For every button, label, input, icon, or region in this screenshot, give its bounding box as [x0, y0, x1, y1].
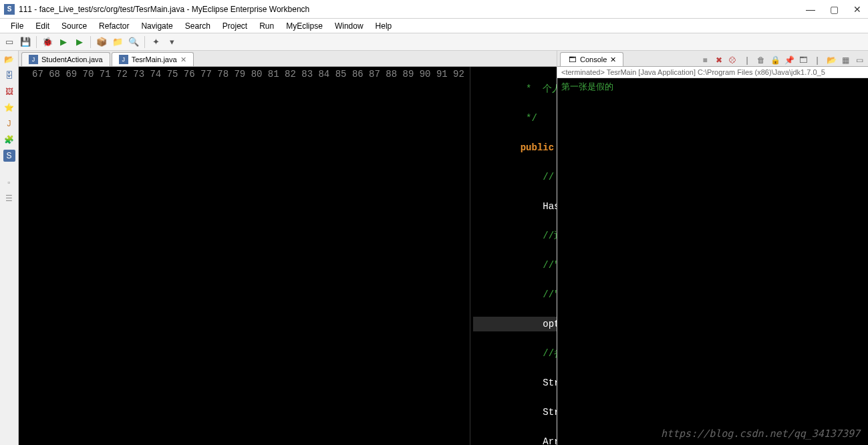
minimize-button[interactable]: — — [803, 3, 818, 16]
code-line: HashMap<String, String> options = new Ha… — [473, 199, 557, 214]
new-icon[interactable]: ▭ — [3, 35, 16, 49]
menu-myeclipse[interactable]: MyEclipse — [281, 20, 328, 32]
editor-area: J StudentAction.java J TesrMain.java ✕ 6… — [19, 51, 557, 445]
java-file-icon: J — [29, 55, 38, 64]
tab-tesrmain[interactable]: J TesrMain.java ✕ — [112, 52, 194, 66]
scroll-lock-icon[interactable]: 🔒 — [769, 54, 781, 66]
java-icon[interactable]: J — [3, 118, 15, 130]
code-line: //"faceliveness," 表示对第一张图片做活体检测、第二张图不做活体… — [473, 287, 557, 302]
minimize-view-icon[interactable]: ▭ — [853, 54, 865, 66]
menu-window[interactable]: Window — [329, 20, 369, 32]
close-tab-icon[interactable]: ✕ — [180, 55, 186, 64]
console-status: <terminated> TesrMain [Java Application]… — [557, 67, 868, 78]
window-title: 111 - face_Live_test/src/org/test/TesrMa… — [19, 5, 803, 14]
editor-tabs: J StudentAction.java J TesrMain.java ✕ — [19, 51, 557, 67]
code-line: public static void match(AipFace client)… — [473, 140, 557, 155]
tab-studentaction[interactable]: J StudentAction.java — [21, 52, 110, 66]
new-console-icon[interactable]: ▦ — [839, 54, 851, 66]
app-icon: S — [4, 4, 15, 15]
display-selected-icon[interactable]: 🗔 — [797, 54, 809, 66]
bookmark-icon[interactable]: ⭐ — [3, 102, 15, 114]
console-icon: 🗔 — [567, 55, 577, 64]
code-line: String path1 = "I:\\test\\picture\\face\… — [473, 376, 557, 390]
script-icon[interactable]: S — [3, 150, 15, 162]
code-line: ArrayList<String> images = new ArrayList… — [473, 434, 557, 445]
sep-icon: | — [741, 54, 753, 66]
window-controls: — ▢ ✕ — [803, 3, 864, 16]
code-line: //参数为本地图片路径列表 — [473, 346, 557, 361]
console-line: 第一张是假的 — [561, 81, 864, 93]
search-icon[interactable]: 🔍 — [127, 35, 140, 49]
watermark: https://blog.csdn.net/qq_34137397 — [661, 428, 860, 440]
open-console-icon[interactable]: 📂 — [825, 54, 837, 66]
code-line: String path2 = "I:\\test\\picture\\face\… — [473, 405, 557, 420]
folder-icon[interactable]: 📁 — [111, 35, 124, 49]
package-explorer-icon[interactable]: 📂 — [3, 53, 15, 65]
console-panel: 🗔 Console ✕ ■ ✖ ⛒ | 🗑 🔒 📌 🗔 | 📂 ▦ ▭ <ter… — [557, 51, 868, 445]
line-number-gutter: 67 68 69 70 71 72 73 74 75 76 77 78 79 8… — [19, 67, 470, 445]
tab-label: StudentAction.java — [41, 55, 103, 63]
debug-icon[interactable]: 🐞 — [41, 35, 54, 49]
list-icon[interactable]: ☰ — [3, 192, 15, 204]
remove-all-icon[interactable]: ⛒ — [727, 54, 739, 66]
package-icon[interactable]: 📦 — [95, 35, 108, 49]
code-content[interactable]: * 个人博客：https://blog.csdn.net/qq_34137397… — [470, 67, 557, 445]
menu-edit[interactable]: Edit — [30, 20, 55, 32]
menu-help[interactable]: Help — [370, 20, 398, 32]
code-editor[interactable]: 67 68 69 70 71 72 73 74 75 76 77 78 79 8… — [19, 67, 557, 445]
titlebar: S 111 - face_Live_test/src/org/test/Tesr… — [0, 0, 868, 19]
type-icon[interactable]: 🧩 — [3, 134, 15, 146]
main-toolbar: ▭ 💾 🐞 ▶ ▶ 📦 📁 🔍 ✦ ▾ — [0, 33, 868, 51]
java-file-icon: J — [119, 55, 128, 64]
terminate-icon[interactable]: ■ — [699, 54, 711, 66]
menubar: File Edit Source Refactor Navigate Searc… — [0, 19, 868, 33]
close-button[interactable]: ✕ — [851, 3, 864, 16]
remove-launch-icon[interactable]: ✖ — [713, 54, 725, 66]
console-tab[interactable]: 🗔 Console ✕ — [560, 52, 623, 66]
console-output[interactable]: 第一张是假的 https://blog.csdn.net/qq_34137397 — [557, 78, 868, 445]
workbench: 📂 🗄 🖼 ⭐ J 🧩 S ▫ ☰ J StudentAction.java J… — [0, 51, 868, 445]
save-icon[interactable]: 💾 — [19, 35, 32, 49]
db-icon[interactable]: 🗄 — [3, 69, 15, 82]
clear-console-icon[interactable]: 🗑 — [755, 54, 767, 66]
collapse-icon[interactable]: ▫ — [3, 176, 15, 188]
maximize-button[interactable]: ▢ — [827, 3, 841, 16]
image-icon[interactable]: 🖼 — [3, 86, 15, 98]
menu-run[interactable]: Run — [254, 20, 279, 32]
console-tabs: 🗔 Console ✕ ■ ✖ ⛒ | 🗑 🔒 📌 🗔 | 📂 ▦ ▭ — [557, 51, 868, 67]
code-line: */ — [473, 111, 557, 126]
tag-icon[interactable]: ▾ — [165, 35, 178, 49]
console-tab-label: Console — [580, 55, 607, 63]
run-icon[interactable]: ▶ — [57, 35, 70, 49]
menu-refactor[interactable]: Refactor — [94, 20, 134, 32]
menu-search[interactable]: Search — [180, 20, 216, 32]
menu-project[interactable]: Project — [217, 20, 253, 32]
code-line: * 个人博客：https://blog.csdn.net/qq_34137397 — [473, 82, 557, 96]
console-toolbar: ■ ✖ ⛒ | 🗑 🔒 📌 🗔 | 📂 ▦ ▭ — [623, 54, 868, 66]
code-line: //",faceliveness" 表示对第一张图片不做活体检测、第二张图做活体… — [473, 258, 557, 273]
code-line-current: options.put("image_liveness", "faceliven… — [473, 317, 557, 331]
menu-file[interactable]: File — [5, 20, 29, 32]
code-line: //返回的活体信息，"faceliveness,faceliveness" 表示… — [473, 229, 557, 243]
wand-icon[interactable]: ✦ — [149, 35, 162, 49]
left-toolbar: 📂 🗄 🖼 ⭐ J 🧩 S ▫ ☰ — [0, 51, 19, 445]
menu-source[interactable]: Source — [56, 20, 92, 32]
run-last-icon[interactable]: ▶ — [73, 35, 86, 49]
sep-icon: | — [811, 54, 823, 66]
pin-console-icon[interactable]: 📌 — [783, 54, 795, 66]
close-tab-icon[interactable]: ✕ — [610, 55, 616, 64]
menu-navigate[interactable]: Navigate — [136, 20, 178, 32]
code-line: // 传入可选参数调用接口 — [473, 170, 557, 184]
tab-label: TesrMain.java — [132, 55, 177, 63]
